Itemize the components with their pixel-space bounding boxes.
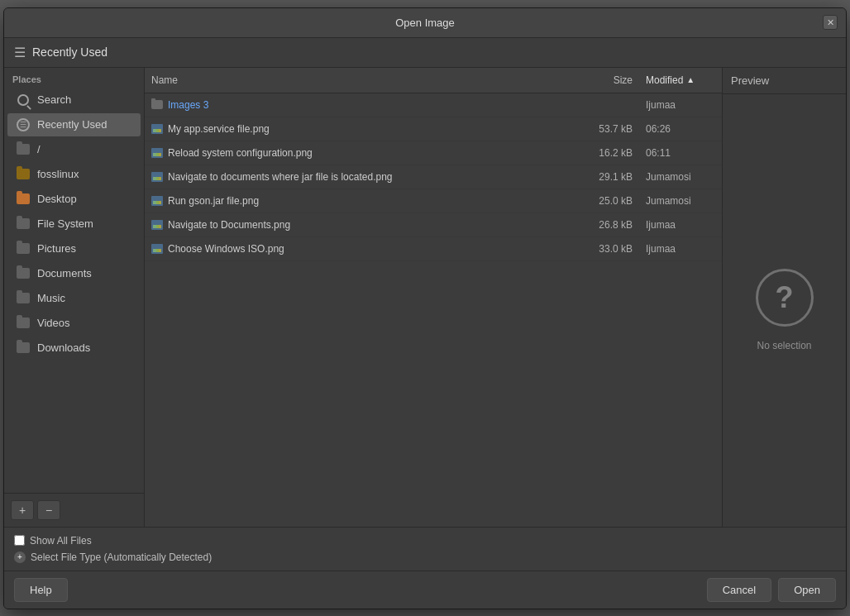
table-row[interactable]: Navigate to documents where jar file is … [145,165,722,189]
image-file-icon [151,244,163,254]
preview-header: Preview [723,68,846,94]
table-row[interactable]: Choose Windows ISO.png 33.0 kB Ijumaa [145,237,722,261]
file-name: Navigate to Documents.png [168,219,290,231]
sidebar-item-recently-used-label: Recently Used [37,118,107,131]
file-name: Reload system configuration.png [168,147,313,159]
videos-folder-icon [16,316,31,331]
folder-icon [151,100,163,109]
sidebar-bottom-bar: + − [4,493,144,527]
expand-icon[interactable]: + [14,552,26,563]
remove-bookmark-button[interactable]: − [37,500,60,520]
show-all-files-row: Show All Files [14,532,836,549]
add-bookmark-button[interactable]: + [11,500,34,520]
table-row[interactable]: Navigate to Documents.png 26.8 kB Ijumaa [145,213,722,237]
cancel-button[interactable]: Cancel [707,578,771,602]
file-list-area: Name Size Modified ▲ Images 3 Ijumaa [145,68,722,527]
sidebar-item-root-label: / [37,143,41,155]
no-preview-icon: ? [756,269,814,327]
preview-icon-area: ? No selection [756,94,814,527]
main-content: Places Search ☰ Recently Used / [4,68,846,527]
file-cell-date: Jumamosi [639,193,722,209]
sidebar-spacer [4,361,144,493]
sidebar-item-downloads[interactable]: Downloads [7,337,141,360]
root-folder-icon [16,142,31,157]
file-list-body: Images 3 Ijumaa My app.service file.png … [145,93,722,527]
file-cell-date: Jumamosi [639,169,722,185]
file-cell-name: Images 3 [145,97,573,113]
sidebar-item-music-label: Music [37,292,65,304]
header-icon: ☰ [14,45,26,60]
sidebar-item-file-system[interactable]: File System [7,212,141,236]
file-name: Images 3 [168,99,208,111]
table-row[interactable]: Reload system configuration.png 16.2 kB … [145,141,722,165]
sidebar-item-videos-label: Videos [37,317,70,329]
help-button[interactable]: Help [14,578,68,602]
sidebar-item-search-label: Search [37,93,71,106]
column-header-modified[interactable]: Modified ▲ [639,71,722,89]
column-header-size[interactable]: Size [573,71,639,89]
image-file-icon [151,124,163,134]
file-cell-name: Choose Windows ISO.png [145,241,573,257]
sidebar-item-root[interactable]: / [7,138,141,161]
sidebar-item-documents[interactable]: Documents [7,262,141,285]
preview-panel: Preview ? No selection [722,68,846,527]
sidebar-item-music[interactable]: Music [7,287,141,310]
file-list-header: Name Size Modified ▲ [145,68,722,93]
sort-arrow-icon: ▲ [686,75,695,84]
file-cell-size: 33.0 kB [573,241,639,257]
file-name: Navigate to documents where jar file is … [168,171,392,183]
sidebar-item-fosslinux[interactable]: fosslinux [7,163,141,186]
open-image-dialog: Open Image ✕ ☰ Recently Used Places Sear… [3,7,847,609]
file-cell-date: Ijumaa [639,217,722,233]
open-button[interactable]: Open [778,578,836,602]
sidebar-section-label: Places [4,68,144,88]
image-file-icon [151,172,163,182]
file-cell-size [573,103,639,107]
file-cell-name: Run gson.jar file.png [145,193,573,209]
header-text: Recently Used [32,45,107,59]
column-header-modified-label: Modified [646,74,683,86]
show-all-files-checkbox[interactable] [14,535,25,546]
sidebar: Places Search ☰ Recently Used / [4,68,145,527]
sidebar-item-videos[interactable]: Videos [7,312,141,335]
table-row[interactable]: My app.service file.png 53.7 kB 06:26 [145,117,722,141]
music-folder-icon [16,291,31,306]
pictures-folder-icon [16,241,31,256]
image-file-icon [151,196,163,206]
sidebar-item-search[interactable]: Search [7,88,141,112]
button-bar: Help Cancel Open [4,571,846,609]
file-cell-date: 06:11 [639,145,722,161]
sidebar-item-filesystem-label: File System [37,217,93,230]
fosslinux-folder-icon [16,167,31,182]
file-cell-name: Reload system configuration.png [145,145,573,161]
titlebar: Open Image ✕ [4,8,846,38]
table-row[interactable]: Images 3 Ijumaa [145,93,722,117]
downloads-folder-icon [16,341,31,356]
sidebar-item-pictures[interactable]: Pictures [7,237,141,260]
file-cell-size: 53.7 kB [573,121,639,137]
header-bar: ☰ Recently Used [4,38,846,68]
sidebar-item-desktop[interactable]: Desktop [7,188,141,211]
filesystem-folder-icon [16,217,31,232]
select-file-type-label: Select File Type (Automatically Detected… [31,552,212,563]
right-button-group: Cancel Open [707,578,836,602]
sidebar-item-recently-used[interactable]: ☰ Recently Used [7,113,141,136]
column-header-name[interactable]: Name [145,71,573,89]
file-cell-size: 26.8 kB [573,217,639,233]
file-cell-size: 29.1 kB [573,169,639,185]
sidebar-item-pictures-label: Pictures [37,242,76,255]
image-file-icon [151,148,163,158]
preview-no-selection-label: No selection [757,340,811,351]
file-cell-size: 16.2 kB [573,145,639,161]
table-row[interactable]: Run gson.jar file.png 25.0 kB Jumamosi [145,189,722,213]
sidebar-item-desktop-label: Desktop [37,193,77,205]
sidebar-item-downloads-label: Downloads [37,341,90,354]
sidebar-item-fosslinux-label: fosslinux [37,168,79,180]
file-cell-name: My app.service file.png [145,121,573,137]
select-file-type-row: + Select File Type (Automatically Detect… [14,549,836,566]
file-cell-size: 25.0 kB [573,193,639,209]
sidebar-item-documents-label: Documents [37,267,92,279]
desktop-folder-icon [16,192,31,207]
close-button[interactable]: ✕ [823,15,838,30]
show-all-files-label: Show All Files [30,535,92,547]
